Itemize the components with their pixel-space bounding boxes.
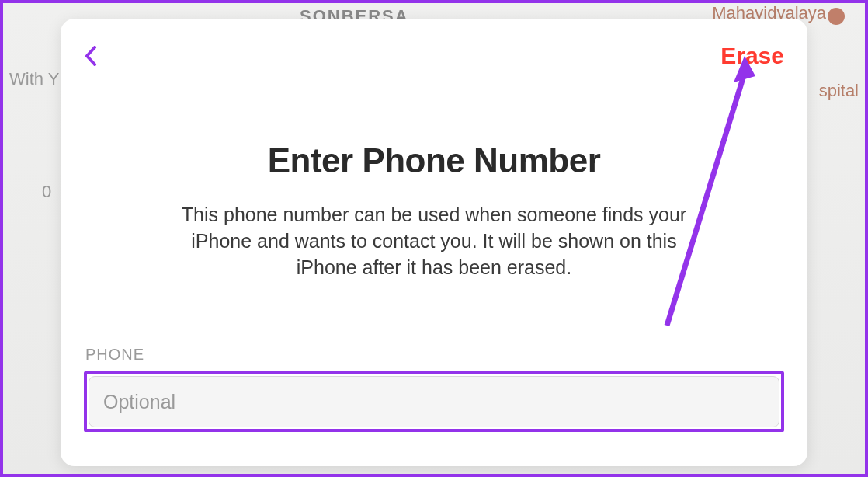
back-icon[interactable]: [84, 45, 98, 67]
modal-title: Enter Phone Number: [84, 141, 784, 180]
phone-label: PHONE: [85, 346, 784, 364]
modal-header: Erase: [84, 40, 784, 71]
phone-input-highlight: [84, 371, 784, 432]
erase-phone-modal: Erase Enter Phone Number This phone numb…: [61, 19, 807, 466]
map-label-zero: 0: [42, 182, 51, 202]
erase-button[interactable]: Erase: [720, 43, 784, 69]
phone-section: PHONE: [84, 346, 784, 432]
map-marker-icon: [828, 8, 845, 25]
modal-description: This phone number can be used when someo…: [84, 202, 784, 280]
map-label-withy: With Y: [9, 69, 59, 89]
phone-input[interactable]: [89, 376, 779, 427]
map-label-hospital: spital: [819, 81, 859, 101]
